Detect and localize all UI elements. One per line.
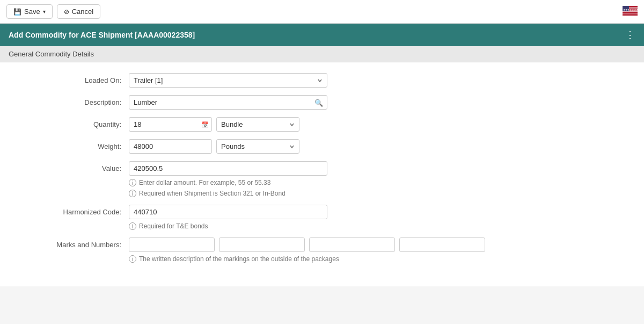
value-input[interactable] <box>129 161 327 176</box>
weight-unit-select[interactable]: Pounds Kilograms <box>216 139 299 154</box>
value-helper-text-1: Enter dollar amount. For example, 55 or … <box>139 179 270 186</box>
harmonized-label: Harmonized Code: <box>21 205 129 216</box>
value-row: Value: i Enter dollar amount. For exampl… <box>0 161 644 197</box>
calendar-icon: 📅 <box>201 121 209 128</box>
svg-rect-6 <box>623 13 638 15</box>
description-row: Description: 🔍 <box>0 95 644 110</box>
page-header: Add Commodity for ACE Shipment [AAAA0002… <box>0 24 644 46</box>
marks-input-3[interactable] <box>309 237 395 252</box>
info-icon-2: i <box>129 190 136 197</box>
quantity-input-wrap: 📅 <box>129 117 212 132</box>
harmonized-helper-text: Required for T&E bonds <box>139 222 208 230</box>
quantity-control: 📅 Bundle Each Piece Carton <box>129 117 623 132</box>
info-icon-3: i <box>129 222 136 230</box>
quantity-unit-select[interactable]: Bundle Each Piece Carton <box>216 117 299 132</box>
marks-row: Marks and Numbers: i The written descrip… <box>0 237 644 263</box>
form-area: Loaded On: Trailer [1] Container Rail De… <box>0 62 644 286</box>
weight-label: Weight: <box>21 139 129 150</box>
value-helper2: i Required when Shipment is Section 321 … <box>129 190 623 197</box>
weight-row: Weight: Pounds Kilograms <box>0 139 644 154</box>
header-menu-button[interactable]: ⋮ <box>625 29 635 41</box>
description-input-row: 🔍 <box>129 95 623 110</box>
harmonized-input[interactable] <box>129 205 327 219</box>
svg-text:★★★★★★★★★★★★★★★★★★★★★★★★★★★★★★: ★★★★★★★★★★★★★★★★★★★★★★★★★★★★★★★★★★★★★★★★… <box>623 8 638 11</box>
weight-input-row: Pounds Kilograms <box>129 139 623 154</box>
value-helper-text-2: Required when Shipment is Section 321 or… <box>139 190 286 197</box>
harmonized-row: Harmonized Code: i Required for T&E bond… <box>0 205 644 230</box>
quantity-row: Quantity: 📅 Bundle Each Piece Carton <box>0 117 644 132</box>
save-dropdown-arrow[interactable]: ▾ <box>43 9 46 15</box>
description-label: Description: <box>21 95 129 106</box>
weight-input[interactable] <box>129 139 212 154</box>
weight-control: Pounds Kilograms <box>129 139 623 154</box>
save-icon: 💾 <box>13 8 21 16</box>
section-header: General Commodity Details <box>0 46 644 62</box>
marks-input-1[interactable] <box>129 237 215 252</box>
harmonized-helper: i Required for T&E bonds <box>129 222 623 230</box>
loaded-on-input-row: Trailer [1] Container Rail <box>129 73 623 88</box>
marks-input-4[interactable] <box>399 237 485 252</box>
marks-helper-text: The written description of the markings … <box>139 255 339 263</box>
svg-rect-7 <box>623 15 638 16</box>
description-control: 🔍 <box>129 95 623 110</box>
info-icon-4: i <box>129 255 136 263</box>
section-label: General Commodity Details <box>9 50 94 58</box>
cancel-icon: ⊘ <box>64 8 69 16</box>
marks-label: Marks and Numbers: <box>21 237 129 249</box>
loaded-on-label: Loaded On: <box>21 73 129 84</box>
marks-helper: i The written description of the marking… <box>129 255 623 263</box>
value-control: i Enter dollar amount. For example, 55 o… <box>129 161 623 197</box>
loaded-on-select[interactable]: Trailer [1] Container Rail <box>129 73 327 88</box>
page-header-title: Add Commodity for ACE Shipment [AAAA0002… <box>9 31 195 39</box>
marks-input-2[interactable] <box>219 237 305 252</box>
value-helper1: i Enter dollar amount. For example, 55 o… <box>129 179 623 186</box>
loaded-on-row: Loaded On: Trailer [1] Container Rail <box>0 73 644 88</box>
harmonized-input-row <box>129 205 623 219</box>
toolbar-actions: 💾 Save ▾ ⊘ Cancel <box>6 4 100 19</box>
harmonized-control: i Required for T&E bonds <box>129 205 623 230</box>
search-icon: 🔍 <box>314 98 323 106</box>
cancel-label: Cancel <box>72 8 93 16</box>
quantity-input-row: 📅 Bundle Each Piece Carton <box>129 117 623 132</box>
marks-control: i The written description of the marking… <box>129 237 623 263</box>
flag-icon: ★★★★★★★★★★★★★★★★★★★★★★★★★★★★★★★★★★★★★★★★… <box>623 6 638 17</box>
save-button[interactable]: 💾 Save ▾ <box>6 4 53 19</box>
value-input-row <box>129 161 623 176</box>
svg-rect-5 <box>623 12 638 13</box>
cancel-button[interactable]: ⊘ Cancel <box>57 4 100 19</box>
description-input[interactable] <box>129 95 327 110</box>
toolbar: 💾 Save ▾ ⊘ Cancel ★★★★★★★★★★★★★★★★★★★★★★… <box>0 0 644 24</box>
marks-inputs-row <box>129 237 623 252</box>
description-input-wrap: 🔍 <box>129 95 327 110</box>
info-icon-1: i <box>129 179 136 186</box>
save-label: Save <box>24 8 40 16</box>
quantity-label: Quantity: <box>21 117 129 128</box>
quantity-input[interactable] <box>129 117 212 132</box>
value-label: Value: <box>21 161 129 172</box>
loaded-on-control: Trailer [1] Container Rail <box>129 73 623 88</box>
